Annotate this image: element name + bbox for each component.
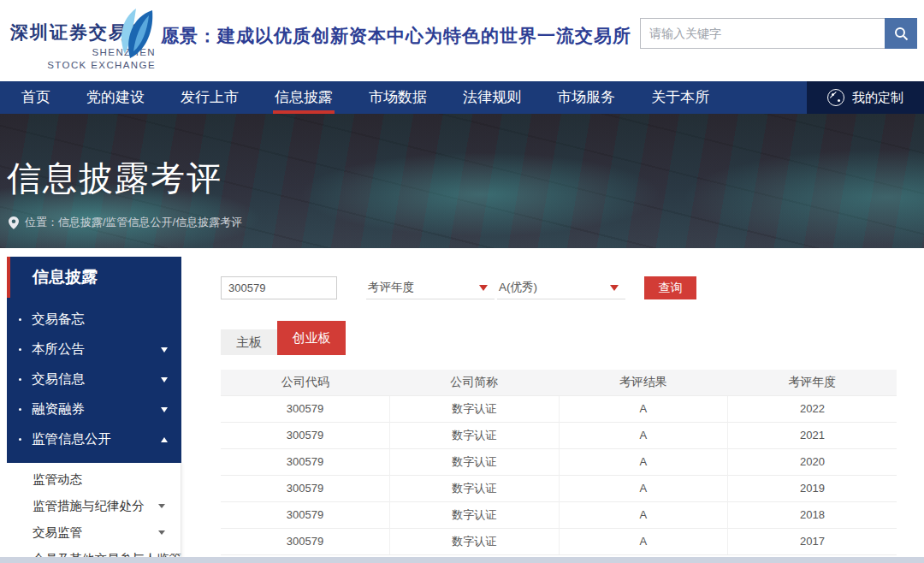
nav-item-listing[interactable]: 发行上市 bbox=[181, 81, 239, 114]
my-customization-label: 我的定制 bbox=[852, 90, 903, 106]
sidebar-item-trading-info[interactable]: 交易信息 bbox=[7, 364, 181, 394]
table-header-row: 公司代码 公司简称 考评结果 考评年度 bbox=[221, 370, 897, 395]
sidebar-subitem-regulatory-news[interactable]: 监管动态 bbox=[7, 466, 181, 493]
tab-chinext[interactable]: 创业板 bbox=[277, 321, 346, 355]
board-tabs: 主板 创业板 bbox=[221, 321, 346, 355]
my-customization-button[interactable]: 我的定制 bbox=[807, 81, 924, 114]
col-header-name: 公司简称 bbox=[390, 370, 560, 395]
table-row: 300579 数字认证 A 2020 bbox=[221, 448, 897, 475]
search-button[interactable] bbox=[885, 18, 917, 49]
table-row: 300579 数字认证 A 2017 bbox=[221, 528, 897, 554]
col-header-year: 考评年度 bbox=[728, 370, 897, 395]
caret-down-icon bbox=[479, 285, 488, 291]
caret-down-icon bbox=[161, 347, 168, 353]
caret-up-icon bbox=[161, 437, 168, 442]
caret-down-icon bbox=[158, 530, 165, 535]
col-header-result: 考评结果 bbox=[559, 370, 728, 395]
logo-mark-icon bbox=[108, 7, 156, 68]
nav-item-market-data[interactable]: 市场数据 bbox=[369, 81, 427, 114]
sidebar: 信息披露 交易备忘 本所公告 交易信息 融资融券 bbox=[7, 257, 181, 563]
col-header-code: 公司代码 bbox=[221, 370, 390, 395]
caret-down-icon bbox=[161, 407, 168, 412]
bullet-dot bbox=[19, 378, 21, 381]
site-header: 深圳证券交易所 SHENZHEN STOCK EXCHANGE 愿景：建成以优质… bbox=[0, 5, 924, 81]
hero-banner: 信息披露考评 位置：信息披露/监管信息公开/信息披露考评 bbox=[0, 114, 924, 248]
customize-icon bbox=[827, 89, 844, 106]
nav-item-services[interactable]: 市场服务 bbox=[557, 81, 615, 114]
sidebar-item-announcements[interactable]: 本所公告 bbox=[7, 335, 181, 364]
nav-item-home[interactable]: 首页 bbox=[21, 81, 50, 114]
caret-down-icon bbox=[158, 504, 165, 508]
sidebar-submenu: 监管动态 监管措施与纪律处分 交易监管 会员及其他交易参与人监管 bbox=[7, 463, 181, 563]
site-search bbox=[640, 18, 917, 49]
footer-strip bbox=[0, 557, 924, 563]
location-pin-icon bbox=[9, 216, 19, 229]
nav-item-party[interactable]: 党的建设 bbox=[86, 81, 145, 114]
sidebar-item-trading-memo[interactable]: 交易备忘 bbox=[7, 305, 181, 335]
search-icon bbox=[894, 27, 909, 41]
table-row: 300579 数字认证 A 2022 bbox=[221, 395, 897, 422]
bullet-dot bbox=[19, 348, 21, 351]
breadcrumb: 位置：信息披露/监管信息公开/信息披露考评 bbox=[9, 215, 242, 230]
sidebar-subitem-trading-supervision[interactable]: 交易监管 bbox=[7, 519, 181, 546]
nav-item-disclosure[interactable]: 信息披露 bbox=[275, 81, 333, 114]
breadcrumb-text: 位置：信息披露/监管信息公开/信息披露考评 bbox=[25, 215, 242, 230]
table-row: 300579 数字认证 A 2018 bbox=[221, 501, 897, 528]
nav-item-rules[interactable]: 法律规则 bbox=[463, 81, 521, 114]
query-button[interactable]: 查询 bbox=[644, 276, 696, 299]
sidebar-item-margin-trading[interactable]: 融资融券 bbox=[7, 394, 181, 424]
bullet-dot bbox=[19, 318, 21, 321]
tab-main-board[interactable]: 主板 bbox=[221, 329, 277, 355]
sidebar-menu: 交易备忘 本所公告 交易信息 融资融券 监管信息公开 bbox=[7, 298, 181, 463]
page: 深圳证券交易所 SHENZHEN STOCK EXCHANGE 愿景：建成以优质… bbox=[0, 0, 924, 563]
sidebar-item-regulatory-disclosure[interactable]: 监管信息公开 bbox=[7, 424, 181, 454]
search-input[interactable] bbox=[640, 18, 885, 49]
caret-down-icon bbox=[161, 377, 168, 382]
filter-bar: 考评年度 A(优秀) 查询 bbox=[221, 276, 905, 299]
stock-code-input[interactable] bbox=[221, 276, 337, 299]
main-content: 考评年度 A(优秀) 查询 主板 创业板 公司代码 公司简称 考评结果 考评年度 bbox=[197, 248, 924, 556]
main-nav: 首页 党的建设 发行上市 信息披露 市场数据 法律规则 市场服务 关于本所 我的… bbox=[0, 81, 924, 114]
page-title: 信息披露考评 bbox=[7, 155, 222, 202]
bullet-dot bbox=[19, 408, 21, 411]
nav-item-about[interactable]: 关于本所 bbox=[651, 81, 709, 114]
bullet-dot bbox=[19, 438, 21, 441]
year-dropdown[interactable]: 考评年度 bbox=[366, 276, 495, 299]
sidebar-title: 信息披露 bbox=[7, 257, 181, 298]
evaluation-table: 公司代码 公司简称 考评结果 考评年度 300579 数字认证 A 2022 3… bbox=[221, 370, 897, 555]
grade-dropdown[interactable]: A(优秀) bbox=[497, 276, 625, 299]
table-row: 300579 数字认证 A 2019 bbox=[221, 475, 897, 501]
vision-slogan: 愿景：建成以优质创新资本中心为特色的世界一流交易所 bbox=[161, 24, 631, 48]
sidebar-subitem-measures-discipline[interactable]: 监管措施与纪律处分 bbox=[7, 493, 181, 519]
table-row: 300579 数字认证 A 2021 bbox=[221, 422, 897, 448]
caret-down-icon bbox=[610, 285, 619, 291]
